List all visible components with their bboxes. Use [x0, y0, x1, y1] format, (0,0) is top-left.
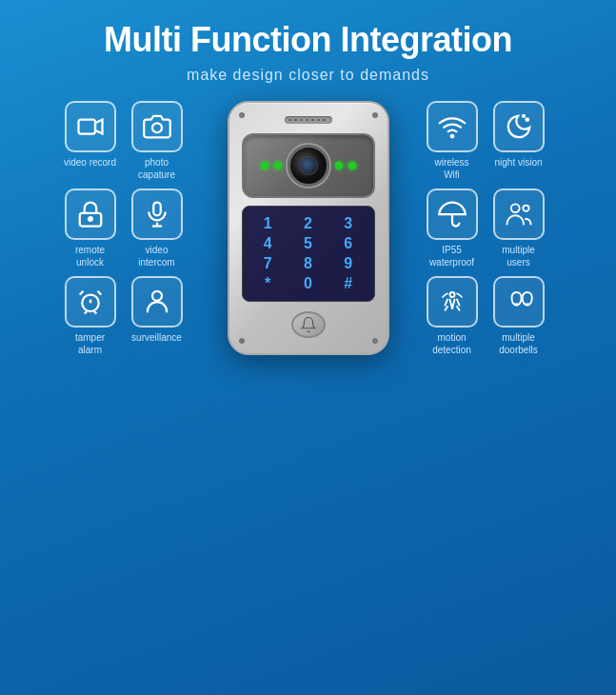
camera-section [242, 133, 375, 198]
key-4[interactable]: 4 [250, 236, 286, 251]
svg-point-2 [152, 123, 162, 132]
key-8[interactable]: 8 [290, 256, 326, 271]
ip55-icon-box [427, 189, 478, 240]
camera-lens-inner [299, 156, 318, 175]
svg-point-12 [152, 290, 162, 300]
svg-marker-1 [95, 119, 103, 133]
svg-point-18 [449, 292, 454, 297]
video-intercom-icon-box [131, 189, 183, 240]
key-hash[interactable]: # [330, 276, 366, 291]
led-right1 [335, 162, 343, 169]
alarm-icon [76, 288, 105, 316]
corner-screw-tr [372, 112, 378, 118]
key-7[interactable]: 7 [250, 256, 286, 271]
svg-point-14 [526, 118, 528, 121]
feature-motion-detection: motiondetection [423, 276, 482, 356]
corner-screw-tl [239, 112, 245, 118]
motion-detection-label: motiondetection [432, 331, 471, 356]
bell-icon [300, 316, 317, 333]
svg-line-10 [79, 290, 83, 294]
feature-row-r2: IP55waterproof multipleusers [423, 189, 556, 268]
video-record-label: video record [64, 156, 116, 169]
content-area: video record photocapature [0, 91, 616, 366]
led-left [261, 162, 268, 169]
device-bell [291, 311, 326, 338]
key-star[interactable]: * [250, 276, 286, 291]
video-intercom-label: videointercom [138, 244, 174, 268]
led-left2 [274, 162, 282, 169]
svg-point-17 [523, 205, 528, 210]
key-5[interactable]: 5 [290, 236, 326, 251]
page-subtitle: make design closer to demands [19, 67, 597, 84]
feature-wireless-wifi: wirelessWifi [423, 101, 482, 181]
feature-night-vision: night vision [489, 101, 548, 181]
wireless-wifi-icon-box [427, 101, 478, 152]
mic-icon [143, 200, 171, 228]
corner-screw-bl [239, 338, 245, 344]
feature-row-r1: wirelessWifi night vision [423, 101, 556, 181]
multiple-users-icon-box [493, 189, 545, 240]
svg-rect-5 [153, 202, 161, 215]
camera-lens [288, 145, 329, 187]
svg-point-13 [450, 134, 453, 137]
doorbell-device: 1 2 3 4 5 6 7 8 9 * 0 # [228, 101, 389, 355]
features-left: video record photocapature [61, 101, 194, 356]
svg-line-11 [97, 290, 101, 294]
feature-ip55-waterproof: IP55waterproof [423, 189, 482, 268]
feature-multiple-doorbells: multipledoorbells [489, 276, 548, 356]
night-vision-icon-box [493, 101, 545, 152]
svg-point-15 [523, 114, 525, 116]
doorbells-icon [505, 288, 533, 316]
surveillance-label: surveillance [131, 331, 182, 344]
features-right: wirelessWifi night vision [423, 101, 556, 356]
moon-icon [505, 112, 533, 141]
remote-unlock-icon-box [65, 189, 116, 240]
multiple-users-label: multipleusers [502, 244, 534, 268]
feature-row-1: video record photocapature [61, 101, 194, 181]
device-speaker [285, 116, 332, 124]
key-2[interactable]: 2 [290, 216, 326, 231]
umbrella-icon [438, 200, 467, 228]
feature-remote-unlock: remoteunlock [61, 189, 120, 268]
night-vision-label: night vision [494, 156, 542, 169]
wireless-wifi-label: wirelessWifi [434, 156, 468, 181]
ip55-label: IP55waterproof [429, 244, 474, 268]
lock-icon [76, 200, 105, 228]
feature-photo-capture: photocapature [128, 101, 187, 181]
person-icon [143, 288, 171, 316]
feature-surveillance: surveillance [128, 276, 187, 356]
corner-screw-br [372, 338, 378, 344]
motion-detection-icon-box [427, 276, 478, 328]
tamper-alarm-label: tamperalarm [75, 331, 105, 356]
users-icon [505, 200, 533, 228]
feature-row-2: remoteunlock videointercom [61, 189, 194, 268]
key-3[interactable]: 3 [330, 216, 366, 231]
photo-capture-icon-box [131, 101, 183, 152]
remote-unlock-label: remoteunlock [75, 244, 105, 268]
feature-tamper-alarm: tamperalarm [61, 276, 120, 356]
device-container: 1 2 3 4 5 6 7 8 9 * 0 # [204, 101, 413, 355]
led-right2 [348, 162, 356, 169]
multiple-doorbells-icon-box [493, 276, 545, 328]
keypad[interactable]: 1 2 3 4 5 6 7 8 9 * 0 # [242, 206, 375, 302]
wifi-icon [438, 112, 467, 141]
feature-video-record: video record [61, 101, 120, 181]
feature-multiple-users: multipleusers [489, 189, 548, 268]
key-1[interactable]: 1 [250, 216, 286, 231]
video-icon [76, 112, 105, 141]
svg-point-16 [510, 204, 519, 212]
feature-row-r3: motiondetection multipledoorbells [423, 276, 556, 356]
camera-icon [143, 112, 171, 141]
video-record-icon-box [65, 101, 116, 152]
page-title: Multi Function Integration [19, 21, 597, 59]
surveillance-icon-box [131, 276, 183, 328]
photo-capture-label: photocapature [138, 156, 175, 181]
header: Multi Function Integration make design c… [0, 0, 616, 91]
multiple-doorbells-label: multipledoorbells [499, 331, 538, 356]
svg-point-4 [89, 217, 92, 221]
feature-row-3: tamperalarm surveillance [61, 276, 194, 356]
motion-icon [438, 288, 467, 316]
key-6[interactable]: 6 [330, 236, 366, 251]
key-9[interactable]: 9 [330, 256, 366, 271]
key-0[interactable]: 0 [290, 276, 326, 291]
